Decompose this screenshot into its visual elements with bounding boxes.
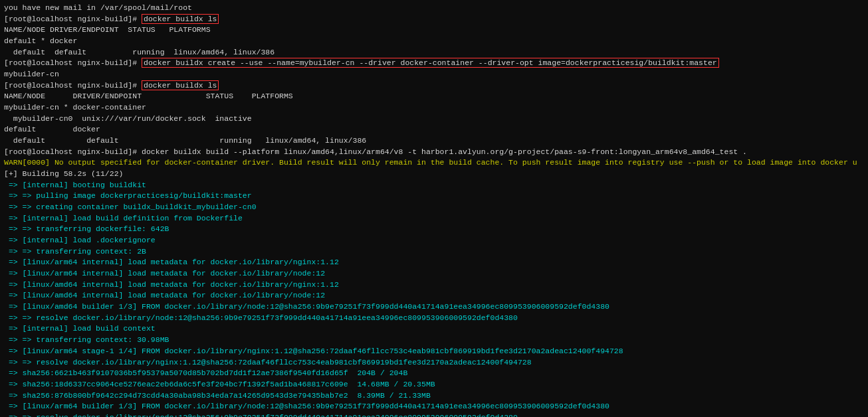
line-24: => [linux/arm64 internal] load metadata … bbox=[4, 257, 864, 268]
line-16: [+] Building 58.2s (11/22) bbox=[4, 169, 864, 180]
line-5: default default running linux/amd64, lin… bbox=[4, 47, 864, 58]
line-37: => [linux/arm64 builder 1/3] FROM docker… bbox=[4, 401, 864, 412]
line-21: => => transferring dockerfile: 642B bbox=[4, 224, 864, 235]
line-23: => => transferring context: 2B bbox=[4, 246, 864, 258]
line-25: => [linux/arm64 internal] load metadata … bbox=[4, 268, 864, 280]
line-33: => => resolve docker.io/library/nginx:1.… bbox=[4, 357, 864, 369]
line-6: [root@localhost nginx-build]# docker bui… bbox=[4, 58, 864, 69]
line-7: mybuilder-cn bbox=[4, 69, 864, 80]
line-29: => => resolve docker.io/library/node:12@… bbox=[4, 313, 864, 324]
line-17: => [internal] booting buildkit bbox=[4, 180, 864, 191]
line-32: => [linux/arm64 stage-1 1/4] FROM docker… bbox=[4, 346, 864, 357]
line-36: => sha256:876b800bf9642c294d73cdd4a30aba… bbox=[4, 390, 864, 402]
terminal-window: you have new mail in /var/spool/mail/roo… bbox=[0, 0, 868, 417]
line-10: mybuilder-cn * docker-container bbox=[4, 102, 864, 114]
line-38: => => resolve docker.io/library/node:12@… bbox=[4, 412, 864, 417]
line-20: => [internal] load build definition from… bbox=[4, 213, 864, 224]
line-27: => [linux/amd64 internal] load metadata … bbox=[4, 290, 864, 301]
line-9: NAME/NODE DRIVER/ENDPOINT STATUS PLATFOR… bbox=[4, 91, 864, 102]
cmd-buildx-ls-1: docker buildx ls bbox=[142, 14, 219, 24]
line-8: [root@localhost nginx-build]# docker bui… bbox=[4, 80, 864, 92]
line-2: [root@localhost nginx-build]# docker bui… bbox=[4, 14, 864, 25]
line-19: => => creating container buildx_buildkit… bbox=[4, 202, 864, 213]
cmd-buildx-create: docker buildx create --use --name=mybuil… bbox=[142, 58, 719, 68]
line-18: => => pulling image dockerpracticesig/bu… bbox=[4, 191, 864, 202]
line-4: default * docker bbox=[4, 36, 864, 47]
line-34: => sha256:6621b463f9107036b5f95379a5070d… bbox=[4, 368, 864, 379]
cmd-buildx-ls-2: docker buildx ls bbox=[142, 80, 219, 90]
line-14: [root@localhost nginx-build]# docker bui… bbox=[4, 147, 864, 158]
line-11: mybuilder-cn0 unix:///var/run/docker.soc… bbox=[4, 114, 864, 125]
line-15: WARN[0000] No output specified for docke… bbox=[4, 157, 864, 169]
line-13: default default running linux/amd64, lin… bbox=[4, 135, 864, 147]
line-22: => [internal] load .dockerignore bbox=[4, 235, 864, 246]
line-3: NAME/NODE DRIVER/ENDPOINT STATUS PLATFOR… bbox=[4, 25, 864, 36]
line-12: default docker bbox=[4, 124, 864, 135]
line-28: => [linux/amd64 builder 1/3] FROM docker… bbox=[4, 301, 864, 313]
line-31: => => transferring context: 30.98MB bbox=[4, 335, 864, 346]
line-26: => [linux/amd64 internal] load metadata … bbox=[4, 280, 864, 291]
line-30: => [internal] load build context bbox=[4, 323, 864, 335]
line-35: => sha256:18d6337cc9064ce5276eac2eb6da6c… bbox=[4, 379, 864, 390]
line-1: you have new mail in /var/spool/mail/roo… bbox=[4, 3, 864, 14]
